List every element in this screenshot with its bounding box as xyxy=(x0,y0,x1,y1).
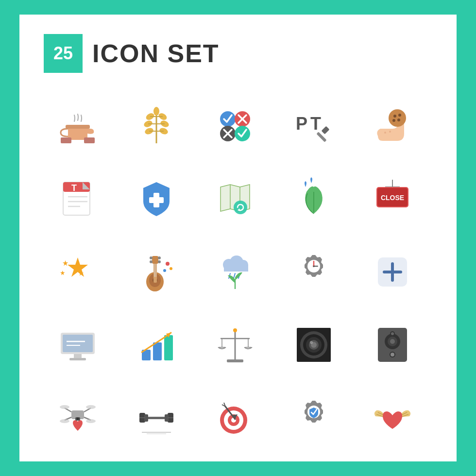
icon-guitar[interactable] xyxy=(122,238,190,306)
icon-eco-drops[interactable] xyxy=(280,165,348,233)
svg-point-71 xyxy=(166,262,170,266)
svg-point-30 xyxy=(389,109,406,127)
badge-number: 25 xyxy=(44,34,83,73)
svg-point-106 xyxy=(233,328,237,332)
svg-point-25 xyxy=(235,126,250,141)
svg-point-130 xyxy=(86,419,96,423)
svg-point-72 xyxy=(170,267,172,270)
svg-point-132 xyxy=(77,418,79,420)
svg-rect-44 xyxy=(149,197,164,203)
svg-rect-93 xyxy=(74,354,82,358)
svg-rect-90 xyxy=(63,335,93,352)
svg-marker-59 xyxy=(60,271,65,275)
icon-dumbbells[interactable] xyxy=(122,384,190,452)
svg-rect-96 xyxy=(153,342,162,360)
svg-text:CLOSE: CLOSE xyxy=(381,194,404,202)
svg-point-66 xyxy=(150,260,153,263)
icon-map-refresh[interactable] xyxy=(201,165,269,233)
svg-point-119 xyxy=(391,332,394,335)
svg-point-11 xyxy=(153,107,159,116)
icon-cookie-hand[interactable] xyxy=(358,92,426,160)
svg-point-68 xyxy=(158,260,161,263)
svg-point-18 xyxy=(220,111,236,127)
svg-point-128 xyxy=(86,405,96,409)
svg-point-65 xyxy=(150,256,153,259)
svg-text:T: T xyxy=(310,114,321,134)
icon-plant-cloud[interactable] xyxy=(201,238,269,306)
icon-pt-tools[interactable]: P T xyxy=(280,92,348,160)
svg-point-73 xyxy=(163,269,166,272)
svg-point-129 xyxy=(60,419,69,423)
icon-target-arrow[interactable] xyxy=(201,384,269,452)
icon-close-sign[interactable]: CLOSE xyxy=(358,165,426,233)
svg-point-35 xyxy=(384,132,386,134)
icon-wheat[interactable] xyxy=(122,92,190,160)
icon-growth-chart[interactable] xyxy=(122,311,190,379)
svg-point-33 xyxy=(397,119,400,121)
icons-grid: P T xyxy=(44,92,432,452)
icon-checkboxes[interactable] xyxy=(201,92,269,160)
svg-point-117 xyxy=(390,339,395,344)
svg-rect-64 xyxy=(152,256,158,264)
svg-point-121 xyxy=(391,353,394,357)
svg-rect-94 xyxy=(69,358,86,360)
icon-stars[interactable] xyxy=(44,238,112,306)
icon-camera-lens[interactable] xyxy=(280,311,348,379)
svg-point-32 xyxy=(398,114,401,117)
svg-marker-57 xyxy=(63,260,68,266)
svg-point-34 xyxy=(392,119,395,122)
icon-health-shield[interactable] xyxy=(122,165,190,233)
icon-justice-scale[interactable] xyxy=(201,311,269,379)
svg-text:P: P xyxy=(296,114,307,134)
svg-line-79 xyxy=(234,273,235,278)
icon-typography[interactable]: T xyxy=(44,165,112,233)
svg-rect-3 xyxy=(84,137,95,143)
svg-rect-63 xyxy=(153,262,157,283)
svg-rect-97 xyxy=(164,335,173,360)
icon-gear-time[interactable] xyxy=(280,238,348,306)
svg-point-67 xyxy=(158,256,161,259)
icon-drone-heart[interactable] xyxy=(44,384,112,452)
svg-marker-56 xyxy=(68,257,88,277)
svg-point-113 xyxy=(310,341,313,344)
icon-gear-shield[interactable] xyxy=(280,384,348,452)
svg-point-127 xyxy=(60,405,69,409)
icon-winged-heart[interactable] xyxy=(358,384,426,452)
icon-plus-button[interactable] xyxy=(358,238,426,306)
svg-rect-77 xyxy=(224,265,248,272)
page-title: ICON SET xyxy=(92,39,220,68)
header: 25 ICON SET xyxy=(44,34,432,73)
main-card: 25 ICON SET xyxy=(19,15,457,461)
svg-rect-2 xyxy=(61,137,71,143)
svg-point-48 xyxy=(234,201,247,214)
icon-monitor[interactable] xyxy=(44,311,112,379)
svg-point-31 xyxy=(393,115,396,118)
icon-speaker[interactable] xyxy=(358,311,426,379)
svg-rect-1 xyxy=(66,125,90,129)
svg-rect-29 xyxy=(322,126,330,135)
svg-text:T: T xyxy=(71,183,77,193)
icon-tea-pot[interactable] xyxy=(44,92,112,160)
svg-rect-100 xyxy=(227,359,243,362)
svg-point-36 xyxy=(389,131,391,133)
